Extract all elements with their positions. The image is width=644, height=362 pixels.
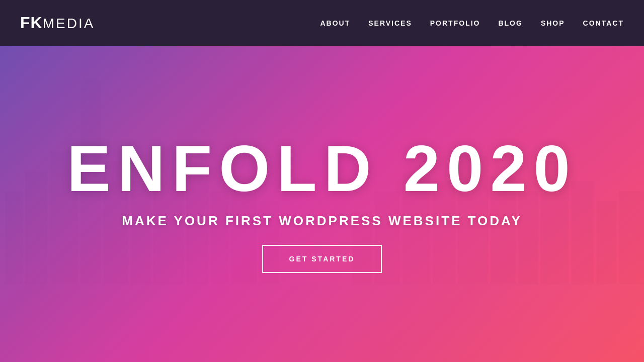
nav-item-blog[interactable]: BLOG bbox=[498, 19, 522, 27]
nav-item-contact[interactable]: CONTACT bbox=[583, 19, 624, 27]
nav-item-about[interactable]: ABOUT bbox=[320, 19, 350, 27]
logo-media: MEDIA bbox=[43, 16, 95, 32]
nav-item-services[interactable]: SERVICES bbox=[368, 19, 412, 27]
nav-item-shop[interactable]: SHOP bbox=[541, 19, 565, 27]
hero-content: ENFOLD 2020 MAKE YOUR FIRST WORDPRESS WE… bbox=[67, 136, 577, 273]
site-header: FK MEDIA ABOUT SERVICES PORTFOLIO BLOG S… bbox=[0, 0, 644, 46]
nav-item-portfolio[interactable]: PORTFOLIO bbox=[430, 19, 480, 27]
get-started-button[interactable]: GET STARTED bbox=[262, 245, 382, 273]
hero-title: ENFOLD 2020 bbox=[67, 136, 577, 201]
hero-section: ENFOLD 2020 MAKE YOUR FIRST WORDPRESS WE… bbox=[0, 0, 644, 362]
main-nav: ABOUT SERVICES PORTFOLIO BLOG SHOP CONTA… bbox=[320, 19, 624, 27]
hero-subtitle: MAKE YOUR FIRST WORDPRESS WEBSITE TODAY bbox=[122, 213, 522, 229]
logo-fk: FK bbox=[20, 14, 43, 32]
site-logo[interactable]: FK MEDIA bbox=[20, 14, 95, 32]
